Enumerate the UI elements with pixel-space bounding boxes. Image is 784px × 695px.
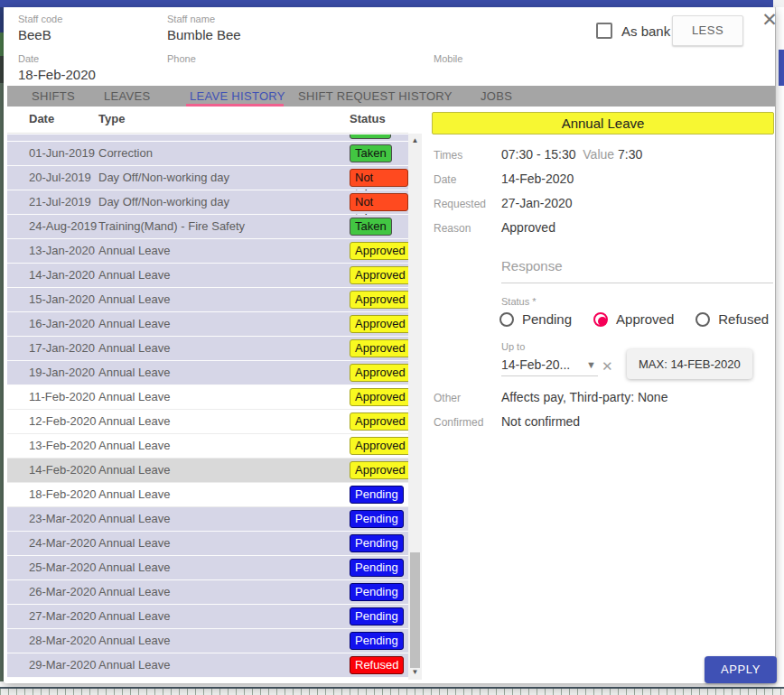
row-type: Annual Leave bbox=[98, 385, 171, 409]
confirmed-value: Not confirmed bbox=[501, 414, 580, 429]
table-row[interactable]: 11-Feb-2020 Annual Leave Approved bbox=[7, 385, 408, 410]
table-row[interactable]: 27-Mar-2020 Annual Leave Pending bbox=[7, 605, 408, 629]
tab-shifts[interactable]: SHIFTS bbox=[32, 86, 75, 107]
clear-icon[interactable]: ✕ bbox=[602, 358, 613, 375]
row-type: Annual Leave bbox=[98, 361, 171, 385]
times-label: Times bbox=[434, 149, 462, 162]
row-date: 17-Jan-2020 bbox=[29, 337, 95, 360]
column-header-type: Type bbox=[98, 112, 125, 125]
row-date: 13-Jan-2020 bbox=[29, 239, 95, 263]
page-right-accent bbox=[779, 50, 784, 86]
up-to-dropdown[interactable]: 14-Feb-20... ▼ bbox=[501, 357, 598, 376]
status-badge: Approved bbox=[350, 437, 408, 455]
table-row[interactable]: 13-Feb-2020 Annual Leave Approved bbox=[7, 434, 408, 459]
response-input[interactable]: Response bbox=[501, 258, 773, 283]
page-right-edge bbox=[775, 7, 784, 681]
phone-field: Phone bbox=[167, 53, 196, 67]
table-row[interactable]: 16-Jan-2020 Annual Leave Approved bbox=[7, 312, 408, 337]
table-row[interactable]: 28-Mar-2020 Annual Leave Pending bbox=[7, 629, 408, 653]
table-row[interactable]: 17-Jan-2020 Annual Leave Approved bbox=[7, 337, 408, 361]
tab-shift-request-history[interactable]: SHIFT REQUEST HISTORY bbox=[298, 86, 453, 107]
row-type: Annual Leave bbox=[98, 459, 171, 482]
status-badge: Pending bbox=[350, 607, 404, 626]
table-row[interactable]: 14-Jan-2020 Annual Leave Approved bbox=[7, 264, 408, 288]
radio-pending[interactable]: Pending bbox=[499, 311, 572, 327]
status-badge: Taken bbox=[350, 218, 392, 236]
tab-bar: SHIFTS LEAVES LEAVE HISTORY SHIFT REQUES… bbox=[7, 86, 775, 107]
row-date: 14-Jan-2020 bbox=[29, 264, 95, 287]
row-type: Day Off/Non-working day bbox=[98, 166, 229, 190]
requested-value: 27-Jan-2020 bbox=[501, 196, 573, 210]
table-row[interactable]: 12-Feb-2020 Annual Leave Approved bbox=[7, 410, 408, 434]
up-to-value: 14-Feb-20... bbox=[501, 357, 570, 372]
table-row[interactable]: 26-Mar-2020 Annual Leave Pending bbox=[7, 580, 408, 605]
row-date: 15-Jan-2020 bbox=[29, 288, 95, 311]
row-date: 21-Jul-2019 bbox=[29, 190, 91, 214]
apply-button[interactable]: APPLY bbox=[705, 656, 777, 683]
radio-refused-icon bbox=[695, 312, 710, 327]
row-type: Training(Mand) - Fire Safety bbox=[98, 215, 245, 238]
as-bank-checkbox[interactable] bbox=[596, 23, 612, 39]
mobile-label: Mobile bbox=[434, 53, 462, 64]
mobile-field: Mobile bbox=[434, 53, 462, 67]
row-type: Annual Leave bbox=[98, 556, 171, 579]
scrollbar-thumb[interactable] bbox=[410, 552, 420, 668]
clipped-status-badge bbox=[350, 134, 391, 139]
max-date-tooltip: MAX: 14-FEB-2020 bbox=[627, 349, 752, 379]
requested-label: Requested bbox=[434, 198, 486, 210]
status-badge: Pending bbox=[350, 632, 404, 650]
status-badge: Approved bbox=[350, 364, 408, 382]
radio-refused[interactable]: Refused bbox=[695, 311, 769, 327]
phone-label: Phone bbox=[167, 53, 196, 64]
staff-name-value: Bumble Bee bbox=[167, 27, 241, 42]
row-type: Annual Leave bbox=[98, 629, 171, 653]
table-row[interactable]: 15-Jan-2020 Annual Leave Approved bbox=[7, 288, 408, 312]
row-type: Annual Leave bbox=[98, 312, 171, 336]
radio-approved-icon bbox=[593, 312, 608, 327]
table-row[interactable]: 14-Feb-2020 Annual Leave Approved bbox=[7, 459, 408, 483]
table-scrollbar[interactable]: ▲ ▼ bbox=[408, 134, 422, 680]
row-date: 25-Mar-2020 bbox=[29, 556, 96, 579]
scroll-up-icon[interactable]: ▲ bbox=[408, 135, 422, 146]
row-date: 26-Mar-2020 bbox=[29, 580, 96, 604]
tab-leaves[interactable]: LEAVES bbox=[104, 86, 150, 107]
row-type: Annual Leave bbox=[98, 239, 171, 263]
status-badge: Approved bbox=[350, 315, 408, 333]
detail-date-value: 14-Feb-2020 bbox=[501, 171, 574, 186]
table-row[interactable]: 20-Jul-2019 Day Off/Non-working day Not … bbox=[7, 166, 408, 190]
row-type: Annual Leave bbox=[98, 434, 171, 458]
row-date: 01-Jun-2019 bbox=[29, 142, 95, 165]
date-field: Date 18-Feb-2020 bbox=[18, 53, 96, 82]
close-icon[interactable]: ✕ bbox=[759, 9, 780, 31]
status-badge: Approved bbox=[350, 388, 408, 406]
table-row[interactable]: 01-Jun-2019 Correction Taken bbox=[7, 142, 408, 166]
row-date: 29-Mar-2020 bbox=[29, 653, 96, 677]
confirmed-label: Confirmed bbox=[434, 416, 483, 429]
row-type: Annual Leave bbox=[98, 264, 171, 287]
staff-leave-dialog: Staff code BeeB Staff name Bumble Bee Da… bbox=[4, 7, 775, 683]
table-row[interactable]: 13-Jan-2020 Annual Leave Approved bbox=[7, 239, 408, 264]
row-type: Annual Leave bbox=[98, 605, 171, 628]
status-badge: Pending bbox=[350, 583, 404, 601]
table-row[interactable]: 21-Jul-2019 Day Off/Non-working day Not … bbox=[7, 190, 408, 215]
table-row[interactable]: 18-Feb-2020 Annual Leave Pending bbox=[7, 483, 408, 507]
as-bank-label: As bank bbox=[621, 23, 670, 39]
row-type: Annual Leave bbox=[98, 483, 171, 506]
table-row[interactable]: 19-Jan-2020 Annual Leave Approved bbox=[7, 361, 408, 385]
status-badge: Not taken bbox=[350, 169, 408, 187]
row-date: 24-Mar-2020 bbox=[29, 532, 96, 555]
row-date: 19-Jan-2020 bbox=[29, 361, 95, 385]
less-button[interactable]: LESS bbox=[672, 15, 743, 46]
status-badge: Approved bbox=[350, 412, 408, 431]
table-row[interactable]: 24-Aug-2019 Training(Mand) - Fire Safety… bbox=[7, 215, 408, 239]
table-row[interactable]: 25-Mar-2020 Annual Leave Pending bbox=[7, 556, 408, 580]
date-value: 18-Feb-2020 bbox=[18, 67, 96, 82]
radio-approved[interactable]: Approved bbox=[593, 311, 674, 327]
as-bank-control: As bank bbox=[596, 23, 670, 39]
table-row[interactable]: 23-Mar-2020 Annual Leave Pending bbox=[7, 507, 408, 532]
table-row[interactable]: 29-Mar-2020 Annual Leave Refused bbox=[7, 653, 408, 678]
clipped-previous-row bbox=[7, 134, 408, 142]
table-row[interactable]: 24-Mar-2020 Annual Leave Pending bbox=[7, 532, 408, 556]
tab-jobs[interactable]: JOBS bbox=[481, 86, 512, 107]
scroll-down-icon[interactable]: ▼ bbox=[408, 667, 422, 678]
